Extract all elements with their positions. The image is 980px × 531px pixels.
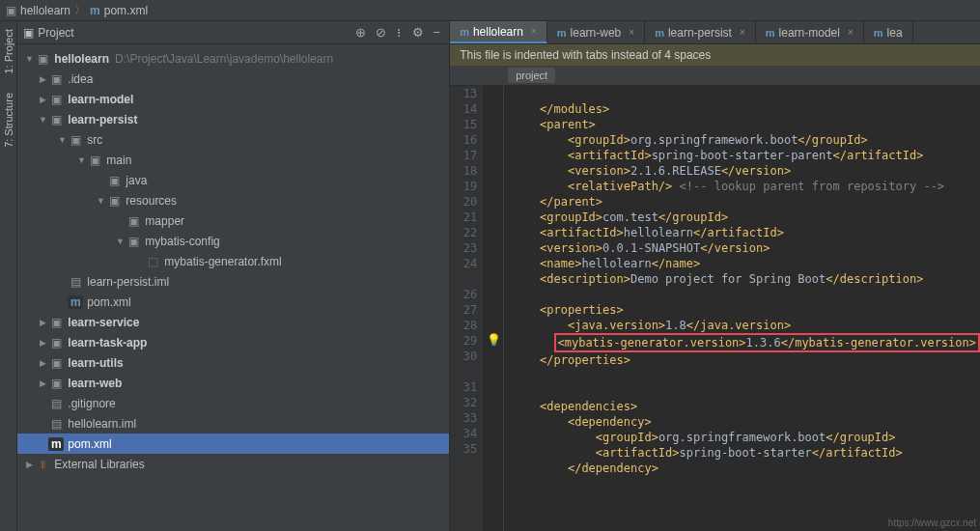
maven-icon: m	[874, 27, 883, 39]
bulb-icon[interactable]: 💡	[487, 333, 501, 347]
code-editor[interactable]: 131415161718192021222324 2627282930 3132…	[450, 86, 980, 531]
editor-panel: mhellolearn× mlearn-web× mlearn-persist×…	[450, 21, 980, 531]
tab-hellolearn[interactable]: mhellolearn×	[450, 21, 547, 43]
tree-item[interactable]: mpom.xml	[17, 292, 449, 312]
tree-item[interactable]: ▤.gitignore	[17, 393, 449, 413]
tab-learn-persist[interactable]: mlearn-persist×	[645, 21, 756, 43]
collapse-icon[interactable]: −	[431, 25, 444, 40]
project-icon: ▣	[23, 26, 34, 40]
tree-item[interactable]: ▣mapper	[17, 210, 449, 231]
tree-item-selected[interactable]: mpom.xml	[17, 433, 449, 454]
tree-item[interactable]: ▼▣main	[17, 150, 449, 170]
tree-item[interactable]: ▶▣learn-utils	[17, 352, 449, 373]
tree-item[interactable]: ▶▣.idea	[17, 69, 449, 89]
close-icon[interactable]: ×	[848, 27, 854, 38]
expand-icon[interactable]: ⊘	[373, 25, 389, 40]
tree-external-libs[interactable]: ▶⫴External Libraries	[17, 454, 449, 474]
project-panel: ▣ Project ⊕ ⊘ ⫶ ⚙ − ▼▣hellolearnD:\Proje…	[17, 21, 450, 531]
chevron-icon: 〉	[74, 2, 86, 18]
tab-learn-web[interactable]: mlearn-web×	[547, 21, 645, 43]
gear-icon[interactable]: ⚙	[409, 25, 427, 40]
tree-item[interactable]: ▣java	[17, 170, 449, 190]
tree-item[interactable]: ▤learn-persist.iml	[17, 271, 449, 292]
sidebar-tab-project[interactable]: 1: Project	[3, 29, 14, 73]
close-icon[interactable]: ×	[740, 27, 745, 38]
tree-root[interactable]: ▼▣hellolearnD:\Project\Java\Learn\javade…	[17, 48, 449, 69]
tree-item[interactable]: ▼▣resources	[17, 190, 449, 210]
close-icon[interactable]: ×	[531, 26, 537, 37]
folder-icon: ▣	[6, 4, 16, 17]
locate-icon[interactable]: ⊕	[352, 25, 369, 40]
tool-window-bar: 1: Project 7: Structure	[0, 21, 17, 531]
maven-icon: m	[90, 4, 100, 17]
code-lines[interactable]: </modules> <parent> <groupId>org.springf…	[504, 86, 980, 531]
tree-item[interactable]: ▼▣mybatis-config	[17, 231, 449, 251]
highlighted-line: <mybatis-generator.version>1.3.6</mybati…	[554, 333, 981, 352]
breadcrumb-root[interactable]: hellolearn	[20, 4, 70, 17]
panel-title[interactable]: Project	[38, 26, 348, 40]
tree-item[interactable]: ⬚mybatis-generator.fxml	[17, 251, 449, 271]
close-icon[interactable]: ×	[629, 27, 634, 38]
maven-icon: m	[655, 27, 664, 39]
maven-icon: m	[766, 27, 775, 39]
breadcrumb-file[interactable]: pom.xml	[104, 4, 148, 17]
tree-item[interactable]: ▶▣learn-service	[17, 312, 449, 332]
editor-tabs: mhellolearn× mlearn-web× mlearn-persist×…	[450, 21, 980, 44]
fold-gutter: 💡	[483, 86, 504, 531]
breadcrumb: ▣ hellolearn 〉 m pom.xml	[0, 0, 980, 21]
maven-icon: m	[460, 26, 469, 38]
watermark: https://www.gzcx.net	[888, 517, 976, 528]
project-tree: ▼▣hellolearnD:\Project\Java\Learn\javade…	[17, 44, 449, 531]
line-gutter: 131415161718192021222324 2627282930 3132…	[450, 86, 483, 531]
tree-item[interactable]: ▶▣learn-task-app	[17, 332, 449, 352]
tree-item[interactable]: ▶▣learn-web	[17, 373, 449, 393]
code-breadcrumb: project	[450, 66, 980, 86]
crumb-project[interactable]: project	[508, 68, 555, 83]
tab-learn-model[interactable]: mlearn-model×	[756, 21, 864, 43]
tree-item[interactable]: ▼▣learn-persist	[17, 109, 449, 129]
divide-icon[interactable]: ⫶	[393, 25, 406, 40]
tree-item[interactable]: ▼▣src	[17, 129, 449, 150]
sidebar-tab-structure[interactable]: 7: Structure	[3, 93, 14, 148]
tab-more[interactable]: mlea	[864, 21, 913, 43]
project-panel-header: ▣ Project ⊕ ⊘ ⫶ ⚙ −	[17, 21, 449, 44]
indent-banner: This file is indented with tabs instead …	[450, 44, 980, 66]
tree-item[interactable]: ▶▣learn-model	[17, 89, 449, 109]
maven-icon: m	[557, 27, 567, 39]
tree-item[interactable]: ▤hellolearn.iml	[17, 413, 449, 433]
